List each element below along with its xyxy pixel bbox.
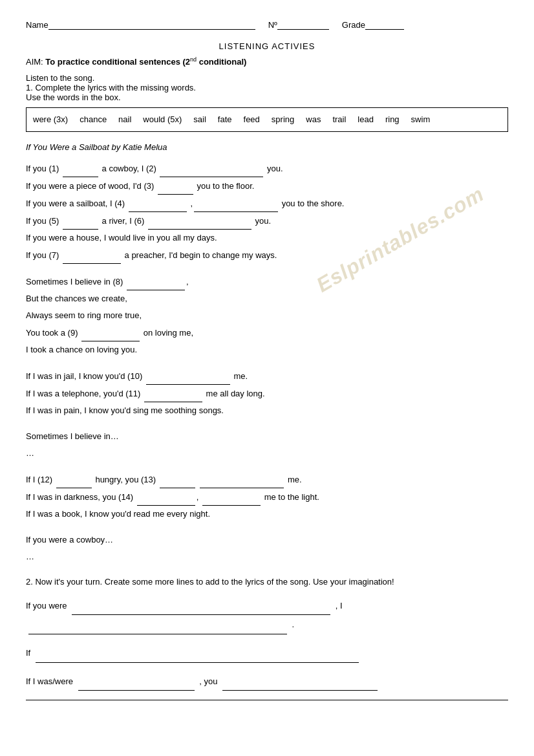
lyric-1-3: If you were a sailboat, I (4) , you to t… [26, 195, 508, 212]
no-input-line [277, 19, 329, 30]
name-input-line [48, 19, 255, 30]
word-box-row: were (3x)chancenailwould (5x)sailfatefee… [33, 112, 501, 127]
aim-text: AIM: To practice conditional sentences (… [26, 57, 246, 67]
word-box-item-0: were (3x) [33, 112, 68, 127]
prompt1-line2 [28, 615, 287, 634]
lyric-1-1: If you (1) a cowboy, I (2) you. [26, 160, 508, 177]
writing-prompt-1: If you were , I . [26, 596, 508, 634]
section-2: 2. Now it's your turn. Create some more … [26, 577, 508, 700]
blank-9 [81, 324, 140, 341]
stanza-6: If you were a cowboy… … [26, 532, 508, 565]
word-box-item-6: feed [244, 112, 260, 127]
lyric-6-1: If you were a cowboy… [26, 532, 508, 548]
stanza-4: Sometimes I believe in… … [26, 428, 508, 462]
prompt3-mid: , you [199, 676, 217, 686]
blank-14 [137, 488, 195, 506]
blank-10 [146, 367, 230, 385]
word-box-item-3: would (5x) [143, 112, 182, 127]
lyric-3-3: If I was in pain, I know you'd sing me s… [26, 402, 508, 419]
lyric-2-5: I took a chance on loving you. [26, 341, 508, 358]
section2-label: 2. Now it's your turn. Create some more … [26, 577, 508, 587]
prompt2-pre: If [26, 648, 30, 658]
word-box-item-9: trail [332, 112, 346, 127]
blank-3 [158, 177, 193, 195]
word-box-item-12: swim [411, 112, 431, 127]
blank-12 [56, 471, 92, 488]
blank-13 [160, 471, 195, 488]
word-box-item-10: lead [358, 112, 374, 127]
word-box-item-1: chance [80, 112, 107, 127]
page-title: LISTENING ACTIVIES [219, 41, 315, 51]
name-label: Name [26, 20, 48, 30]
word-box-item-5: fate [218, 112, 232, 127]
stanza-2: Sometimes I believe in (8) , But the cha… [26, 273, 508, 358]
lyric-3-1: If I was in jail, I know you'd (10) me. [26, 367, 508, 385]
no-label: Nº [268, 20, 277, 30]
blank-8 [127, 273, 185, 290]
prompt3-line2 [222, 672, 378, 691]
lyric-4-1: Sometimes I believe in… [26, 428, 508, 445]
lyric-2-2: But the chances we create, [26, 290, 508, 307]
lyric-3-2: If I was a telephone, you'd (11) me all … [26, 385, 508, 402]
lyric-4-2: … [26, 445, 508, 462]
blank-4b [194, 195, 278, 212]
lyric-2-1: Sometimes I believe in (8) , [26, 273, 508, 290]
prompt2-line [36, 643, 359, 663]
aim-section: AIM: To practice conditional sentences (… [26, 56, 508, 67]
prompt1-pre: If you were [26, 601, 67, 610]
blank-1 [63, 160, 98, 177]
header: Name Nº Grade [26, 19, 508, 30]
song-title: If You Were a Sailboat by Katie Melua [26, 142, 508, 152]
word-box-item-7: spring [272, 112, 294, 127]
blank-14b [202, 488, 261, 506]
word-box-item-8: was [306, 112, 321, 127]
word-box-item-11: ring [385, 112, 400, 127]
lyric-5-2: If I was in darkness, you (14) , me to t… [26, 488, 508, 506]
prompt1-line1 [72, 596, 330, 616]
blank-5 [63, 212, 98, 230]
lyric-5-1: If I (12) hungry, you (13) me. [26, 471, 508, 488]
blank-4 [129, 195, 187, 212]
instruction-line2: 1. Complete the lyrics with the missing … [26, 83, 508, 92]
prompt1-mid: , I [336, 601, 343, 610]
grade-input-line [365, 19, 404, 30]
prompt3-line1 [78, 672, 195, 691]
word-box-item-4: sail [193, 112, 206, 127]
aim-prefix: AIM: [26, 57, 45, 67]
writing-prompt-2: If [26, 643, 508, 663]
blank-13b [200, 471, 284, 488]
grade-label: Grade [342, 20, 365, 30]
blank-7 [63, 246, 121, 264]
stanza-3: If I was in jail, I know you'd (10) me. … [26, 367, 508, 419]
title-section: LISTENING ACTIVIES [26, 41, 508, 51]
aim-bold: To practice conditional sentences (2 [45, 57, 190, 67]
lyric-2-3: Always seem to ring more true, [26, 307, 508, 324]
lyric-1-4: If you (5) a river, I (6) you. [26, 212, 508, 230]
lyrics-section: If you (1) a cowboy, I (2) you. If you w… [26, 160, 508, 565]
instruction-line1: Listen to the song. [26, 73, 508, 83]
word-box-item-2: nail [118, 112, 131, 127]
blank-11 [144, 385, 202, 402]
stanza-5: If I (12) hungry, you (13) me. If I was … [26, 471, 508, 523]
instructions: Listen to the song. 1. Complete the lyri… [26, 73, 508, 102]
blank-2 [160, 160, 263, 177]
blank-6 [148, 212, 251, 230]
lyric-2-4: You took a (9) on loving me, [26, 324, 508, 341]
lyric-1-5: If you were a house, I would live in you… [26, 230, 508, 246]
bottom-line [26, 700, 508, 700]
prompt3-pre: If I was/were [26, 676, 73, 686]
lyric-5-3: If I was a book, I know you'd read me ev… [26, 506, 508, 523]
aim-suffix: conditional) [197, 57, 246, 67]
aim-sup: nd [190, 56, 197, 63]
instruction-line3: Use the words in the box. [26, 92, 508, 102]
word-box: were (3x)chancenailwould (5x)sailfatefee… [26, 107, 508, 131]
writing-prompt-3: If I was/were , you [26, 672, 508, 691]
lyric-1-6: If you (7) a preacher, I'd begin to chan… [26, 246, 508, 264]
stanza-1: If you (1) a cowboy, I (2) you. If you w… [26, 160, 508, 264]
lyric-6-2: … [26, 548, 508, 565]
lyric-1-2: If you were a piece of wood, I'd (3) you… [26, 177, 508, 195]
